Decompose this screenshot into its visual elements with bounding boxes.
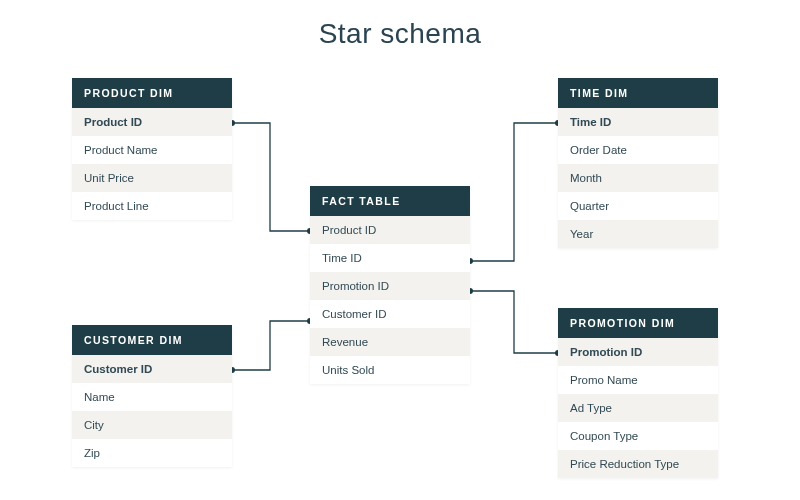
field-promotion-id: Promotion ID xyxy=(558,338,718,366)
field-ad-type: Ad Type xyxy=(558,394,718,422)
connector-customer-fact xyxy=(232,321,310,370)
table-header: CUSTOMER DIM xyxy=(72,325,232,355)
field-fact-time-id: Time ID xyxy=(310,244,470,272)
field-quarter: Quarter xyxy=(558,192,718,220)
field-customer-zip: Zip xyxy=(72,439,232,467)
field-coupon-type: Coupon Type xyxy=(558,422,718,450)
connector-product-fact xyxy=(232,123,310,231)
table-promotion-dim: PROMOTION DIM Promotion ID Promo Name Ad… xyxy=(558,308,718,478)
table-header: PROMOTION DIM xyxy=(558,308,718,338)
table-fact: FACT TABLE Product ID Time ID Promotion … xyxy=(310,186,470,384)
field-year: Year xyxy=(558,220,718,248)
diagram-title: Star schema xyxy=(0,0,800,50)
field-customer-city: City xyxy=(72,411,232,439)
field-product-name: Product Name xyxy=(72,136,232,164)
field-fact-product-id: Product ID xyxy=(310,216,470,244)
field-month: Month xyxy=(558,164,718,192)
connector-time-fact xyxy=(470,123,558,261)
field-fact-revenue: Revenue xyxy=(310,328,470,356)
field-order-date: Order Date xyxy=(558,136,718,164)
field-fact-customer-id: Customer ID xyxy=(310,300,470,328)
table-header: FACT TABLE xyxy=(310,186,470,216)
field-unit-price: Unit Price xyxy=(72,164,232,192)
field-product-id: Product ID xyxy=(72,108,232,136)
table-customer-dim: CUSTOMER DIM Customer ID Name City Zip xyxy=(72,325,232,467)
diagram-canvas: PRODUCT DIM Product ID Product Name Unit… xyxy=(0,50,800,490)
field-customer-name: Name xyxy=(72,383,232,411)
field-fact-units-sold: Units Sold xyxy=(310,356,470,384)
field-product-line: Product Line xyxy=(72,192,232,220)
table-product-dim: PRODUCT DIM Product ID Product Name Unit… xyxy=(72,78,232,220)
connector-promotion-fact xyxy=(470,291,558,353)
table-header: TIME DIM xyxy=(558,78,718,108)
field-fact-promotion-id: Promotion ID xyxy=(310,272,470,300)
field-time-id: Time ID xyxy=(558,108,718,136)
field-price-reduction-type: Price Reduction Type xyxy=(558,450,718,478)
field-customer-id: Customer ID xyxy=(72,355,232,383)
table-time-dim: TIME DIM Time ID Order Date Month Quarte… xyxy=(558,78,718,248)
field-promo-name: Promo Name xyxy=(558,366,718,394)
table-header: PRODUCT DIM xyxy=(72,78,232,108)
